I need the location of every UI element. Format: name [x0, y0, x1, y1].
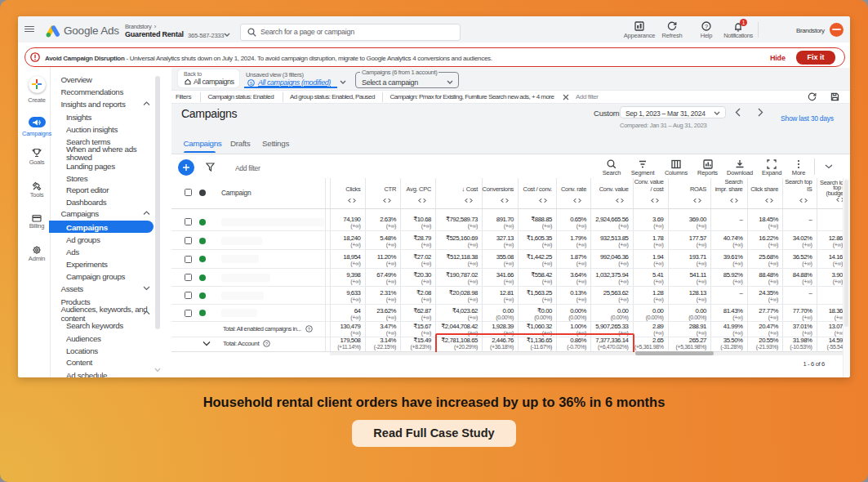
svg-text:?: ? — [265, 341, 269, 346]
svg-text:?: ? — [705, 23, 708, 30]
svg-text:?: ? — [308, 326, 311, 331]
svg-text:S: S — [250, 80, 253, 85]
